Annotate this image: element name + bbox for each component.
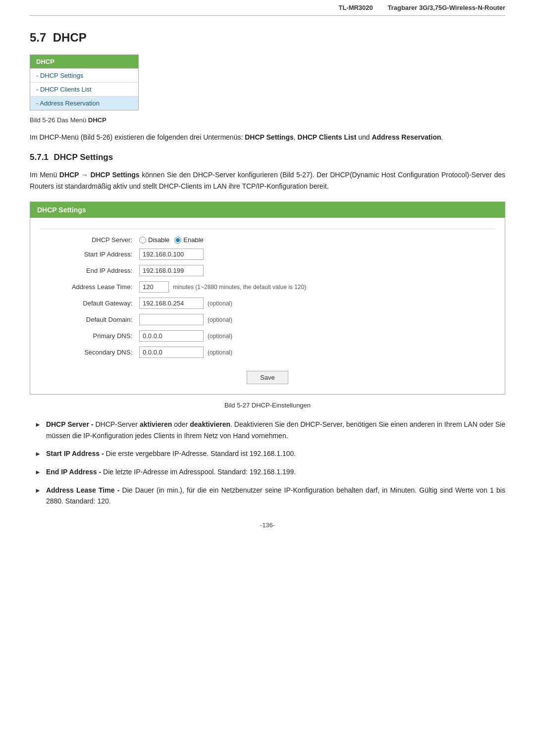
nav-menu-header: DHCP [30,55,138,68]
save-button[interactable]: Save [247,371,288,384]
radio-enable[interactable]: Enable [174,236,203,244]
settings-separator-top [40,229,495,229]
default-gateway-note: (optional) [208,300,232,307]
secondary-dns-label: Secondary DNS: [40,349,139,356]
dhcp-settings-body: DHCP Server: Disable Enable [30,218,505,394]
default-domain-label: Default Domain: [40,316,139,323]
bullet-arrow-1: ► [35,420,41,430]
dhcp-settings-box: DHCP Settings DHCP Server: Disable Enabl… [30,202,505,395]
nav-item-dhcp-settings[interactable]: - DHCP Settings [30,68,138,82]
bullet-item-lease-time: ► Address Lease Time - Die Dauer (in min… [35,485,505,507]
radio-enable-label: Enable [183,236,203,244]
page-number: -136- [30,521,505,529]
dhcp-server-row: DHCP Server: Disable Enable [40,236,495,244]
bullet-item-dhcp-server: ► DHCP Server - DHCP-Server aktivieren o… [35,419,505,441]
default-gateway-label: Default Gateway: [40,300,139,307]
primary-dns-note: (optional) [208,333,232,340]
end-ip-row: End IP Address: [40,265,495,276]
dhcp-server-label: DHCP Server: [40,236,139,244]
start-ip-value [139,249,204,260]
subsection-heading: 5.7.1 DHCP Settings [30,152,505,162]
bullet-content-4: Address Lease Time - Die Dauer (in min.)… [46,485,505,507]
default-gateway-row: Default Gateway: (optional) [40,298,495,309]
bullet-item-end-ip: ► End IP Address - Die letzte IP-Adresse… [35,466,505,478]
end-ip-value [139,265,204,276]
default-domain-row: Default Domain: (optional) [40,314,495,325]
start-ip-row: Start IP Address: [40,249,495,260]
radio-disable-circle [139,237,146,244]
default-domain-note: (optional) [208,316,232,323]
start-ip-label: Start IP Address: [40,251,139,258]
secondary-dns-row: Secondary DNS: (optional) [40,347,495,358]
radio-disable-label: Disable [148,236,169,244]
header-bar: TL-MR3020 Tragbarer 3G/3,75G-Wireless-N-… [30,0,505,16]
default-domain-value: (optional) [139,314,232,325]
default-gateway-value: (optional) [139,298,232,309]
default-domain-input[interactable] [139,314,204,325]
nav-item-dhcp-clients[interactable]: - DHCP Clients List [30,82,138,96]
lease-time-label: Address Lease Time: [40,283,139,291]
radio-enable-circle [174,237,181,244]
figure-caption-2: Bild 5-27 DHCP-Einstellungen [30,402,505,409]
start-ip-input[interactable] [139,249,204,260]
save-row: Save [40,366,495,384]
bullet-content-2: Start IP Address - Die erste vergebbare … [46,448,296,459]
lease-time-input[interactable] [139,281,169,293]
end-ip-label: End IP Address: [40,267,139,274]
secondary-dns-note: (optional) [208,349,232,356]
bullet-list: ► DHCP Server - DHCP-Server aktivieren o… [30,419,505,506]
radio-disable[interactable]: Disable [139,236,169,244]
bullet-content-1: DHCP Server - DHCP-Server aktivieren ode… [46,419,505,441]
section-heading: 5.7 DHCP [30,31,505,45]
dhcp-server-radio-group: Disable Enable [139,236,204,244]
page-wrapper: TL-MR3020 Tragbarer 3G/3,75G-Wireless-N-… [0,0,535,756]
bullet-arrow-3: ► [35,467,41,478]
bullet-arrow-2: ► [35,449,41,459]
lease-time-row: Address Lease Time: minutes (1~2880 minu… [40,281,495,293]
lease-time-value: minutes (1~2880 minutes, the default val… [139,281,306,293]
end-ip-input[interactable] [139,265,204,276]
dhcp-intro-paragraph: Im Menü DHCP → DHCP Settings können Sie … [30,169,505,192]
primary-dns-value: (optional) [139,330,232,342]
secondary-dns-input[interactable] [139,347,204,358]
primary-dns-input[interactable] [139,330,204,342]
header-model: TL-MR3020 [338,4,373,11]
primary-dns-row: Primary DNS: (optional) [40,330,495,342]
nav-menu-box: DHCP - DHCP Settings - DHCP Clients List… [30,54,139,110]
default-gateway-input[interactable] [139,298,204,309]
primary-dns-label: Primary DNS: [40,332,139,340]
secondary-dns-value: (optional) [139,347,232,358]
bullet-arrow-4: ► [35,486,41,496]
dhcp-settings-header: DHCP Settings [30,202,505,218]
header-description: Tragbarer 3G/3,75G-Wireless-N-Router [387,4,505,11]
bullet-item-start-ip: ► Start IP Address - Die erste vergebbar… [35,448,505,459]
lease-time-note: minutes (1~2880 minutes, the default val… [173,284,306,291]
intro-paragraph: Im DHCP-Menü (Bild 5-26) existieren die … [30,132,505,143]
nav-item-address-reservation[interactable]: - Address Reservation [30,96,138,110]
dhcp-server-value: Disable Enable [139,236,204,244]
bullet-content-3: End IP Address - Die letzte IP-Adresse i… [46,466,296,477]
figure-caption-1: Bild 5-26 Das Menü DHCP [30,116,505,124]
